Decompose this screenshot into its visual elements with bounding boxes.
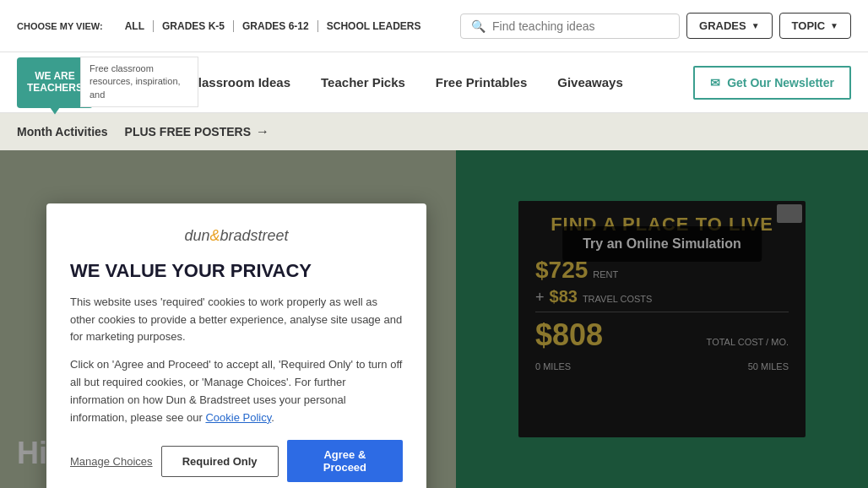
view-link-k5[interactable]: GRADES K-5 <box>154 20 234 32</box>
view-links: ALL GRADES K-5 GRADES 6-12 SCHOOL LEADER… <box>117 20 430 32</box>
agree-proceed-button[interactable]: Agree & Proceed <box>287 440 403 482</box>
banner-posters-link[interactable]: PLUS FREE POSTERS → <box>125 124 269 139</box>
nav-teacher-picks[interactable]: Teacher Picks <box>306 75 420 89</box>
required-only-button[interactable]: Required Only <box>161 446 279 477</box>
search-input-wrap: 🔍 <box>460 14 680 39</box>
top-bar: CHOOSE MY VIEW: ALL GRADES K-5 GRADES 6-… <box>0 0 868 52</box>
manage-choices-button[interactable]: Manage Choices <box>70 455 153 468</box>
nav-free-printables[interactable]: Free Printables <box>420 75 542 89</box>
modal-actions: Manage Choices Required Only Agree & Pro… <box>70 440 403 482</box>
modal-overlay: dun&bradstreet WE VALUE YOUR PRIVACY Thi… <box>0 150 868 488</box>
view-link-all[interactable]: ALL <box>117 20 154 32</box>
modal-body-1: This website uses 'required' cookies to … <box>70 294 403 346</box>
newsletter-button[interactable]: ✉ Get Our Newsletter <box>693 66 851 100</box>
view-link-school[interactable]: SCHOOL LEADERS <box>318 20 430 32</box>
search-input[interactable] <box>492 19 669 33</box>
view-link-612[interactable]: GRADES 6-12 <box>234 20 318 32</box>
logo-tooltip: Free classroom resources, inspiration, a… <box>80 57 198 107</box>
nav-giveaways[interactable]: Giveaways <box>542 75 638 89</box>
view-selector: CHOOSE MY VIEW: ALL GRADES K-5 GRADES 6-… <box>17 20 430 32</box>
dnb-logo: dun&bradstreet <box>184 227 288 244</box>
cookie-policy-link[interactable]: Cookie Policy <box>205 411 271 424</box>
topic-dropdown[interactable]: TOPIC ▼ <box>779 13 851 39</box>
chevron-down-icon: ▼ <box>830 21 838 30</box>
email-icon: ✉ <box>710 76 720 89</box>
main-nav: Classroom Ideas Teacher Picks Free Print… <box>174 75 638 89</box>
main-area: High School Students Try an Online Simul… <box>0 150 868 488</box>
logo-text: WE ARETEACHERS <box>27 71 83 93</box>
search-bar: 🔍 GRADES ▼ TOPIC ▼ <box>460 13 851 39</box>
modal-title: WE VALUE YOUR PRIVACY <box>70 260 403 282</box>
grades-dropdown[interactable]: GRADES ▼ <box>686 13 773 39</box>
privacy-modal: dun&bradstreet WE VALUE YOUR PRIVACY Thi… <box>46 203 426 488</box>
chevron-down-icon: ▼ <box>751 21 760 30</box>
modal-body-2: Click on 'Agree and Proceed' to accept a… <box>70 356 403 426</box>
banner-activities: Month Activities <box>17 125 108 138</box>
nav-bar: WE ARETEACHERS Free classroom resources,… <box>0 52 868 113</box>
search-icon: 🔍 <box>471 19 486 33</box>
arrow-icon: → <box>256 124 269 139</box>
choose-label: CHOOSE MY VIEW: <box>17 21 103 31</box>
banner: Month Activities PLUS FREE POSTERS → <box>0 113 868 150</box>
dnb-logo-area: dun&bradstreet <box>70 227 403 245</box>
